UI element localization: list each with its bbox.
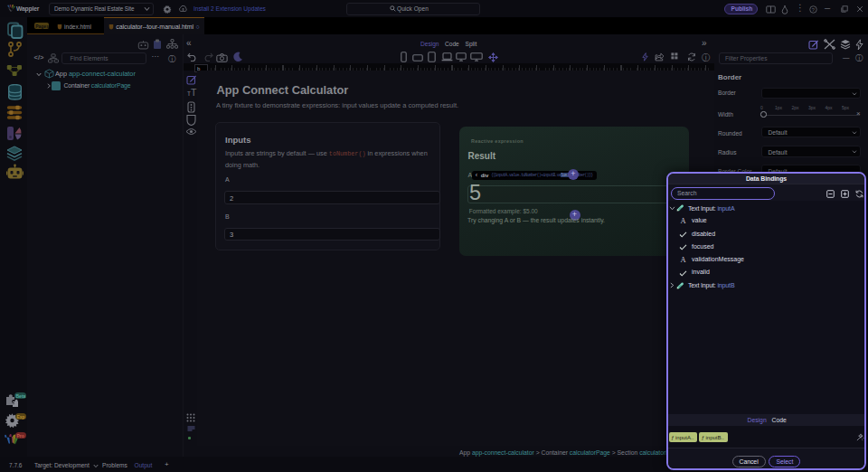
svg-text:?: ? bbox=[812, 6, 816, 12]
